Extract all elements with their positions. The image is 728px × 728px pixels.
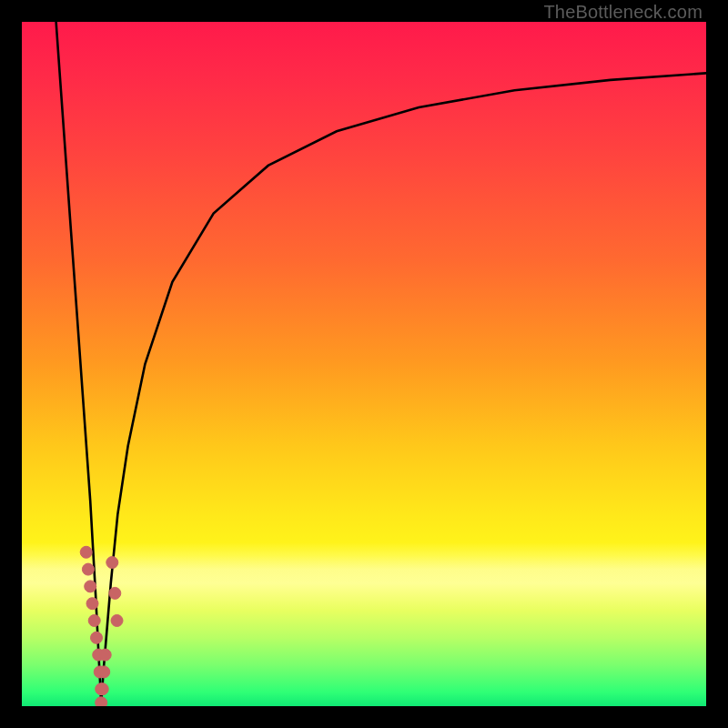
pale-yellow-band — [22, 542, 706, 611]
plot-gradient-background — [22, 22, 706, 706]
chart-frame: TheBottleneck.com — [0, 0, 728, 728]
axis-bottom-border — [0, 706, 728, 728]
watermark-text: TheBottleneck.com — [543, 2, 703, 23]
axis-left-border — [0, 0, 22, 728]
axis-right-border — [706, 0, 728, 728]
